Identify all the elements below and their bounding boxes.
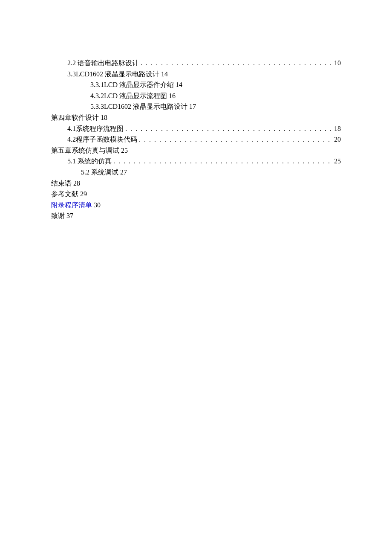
toc-leader-dots [113,156,332,167]
table-of-contents: 2 .2 语音输出电路脉设计103 .3LCD1602 液晶显示电路设计 143… [51,58,341,221]
toc-title: 第五章系统仿真与调试 25 [51,145,128,156]
toc-number: 3. [90,79,95,90]
toc-leader-dots [141,58,332,69]
toc-entry: 4.2 程序子函数模块代码20 [51,134,341,145]
toc-leader-dots [125,123,332,134]
toc-entry: 第四章软件设计 18 [51,112,341,123]
toc-entry: 致谢 37 [51,210,341,221]
toc-number: 4.1 [67,123,76,134]
toc-entry: 2 .2 语音输出电路脉设计10 [51,58,341,69]
toc-title: 参考文献 29 [51,189,87,200]
toc-number: 5. [67,156,72,167]
toc-title: .3LCD1602 液晶显示电路设计 14 [71,69,168,80]
toc-number: 3 [67,69,71,80]
toc-entry: 3 .3LCD1602 液晶显示电路设计 14 [51,69,341,80]
toc-entry: 4.1 系统程序流程图18 [51,123,341,134]
toc-entry: 3. 3.1LCD 液晶显示器件介绍 14 [51,79,341,90]
toc-title: 致谢 37 [51,210,73,221]
toc-entry: 5. 3.3LCD1602 液晶显示电路设计 17 [51,101,341,112]
toc-entry: 附录程序清单 30 [51,200,341,211]
toc-suffix: 30 [94,201,101,209]
toc-title: .2 语音输出电路脉设计 [71,58,139,69]
toc-title: 3.3LCD1602 液晶显示电路设计 17 [95,101,196,112]
toc-entry: 第五章系统仿真与调试 25 [51,145,341,156]
toc-number: 5. [90,101,95,112]
toc-number: 4.2 [67,134,76,145]
toc-page-number: 18 [334,123,341,134]
toc-entry: 4. 3.2LCD 液晶显示流程图 16 [51,90,341,102]
toc-title: 5.2 系统调试 27 [81,167,127,178]
toc-title: 第四章软件设计 18 [51,112,107,123]
toc-page-number: 20 [334,134,341,145]
toc-title: 3.2LCD 液晶显示流程图 16 [95,90,176,102]
toc-title: 程序子函数模块代码 [76,134,137,145]
toc-title: 系统程序流程图 [76,123,124,134]
toc-title: 1 系统的仿真 [72,156,112,167]
toc-leader-dots [139,134,332,145]
toc-entry: 结束语 28 [51,178,341,189]
toc-page-number: 10 [334,58,341,69]
toc-title: 结束语 28 [51,178,80,189]
toc-entry: 5.2 系统调试 27 [51,167,341,178]
toc-page-number: 25 [334,156,341,167]
toc-link-text[interactable]: 附录程序清单 30 [51,200,101,211]
toc-title: 3.1LCD 液晶显示器件介绍 14 [95,79,182,90]
toc-entry: 5. 1 系统的仿真25 [51,156,341,167]
toc-number: 2 [67,58,71,69]
toc-entry: 参考文献 29 [51,189,341,200]
toc-number: 4. [90,90,95,102]
